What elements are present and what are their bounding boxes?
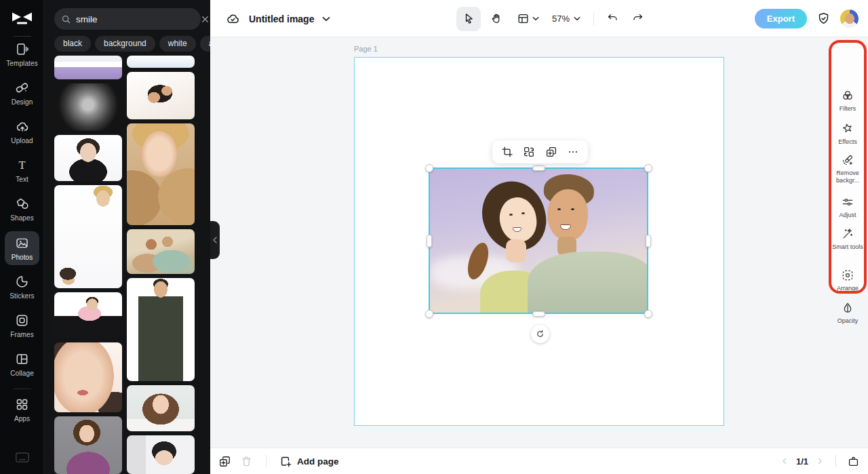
woman-neck (506, 239, 526, 262)
export-button[interactable]: Export (755, 9, 807, 28)
sidebar-item-templates[interactable]: Templates (0, 42, 44, 77)
ellipsis-icon (567, 146, 579, 158)
tool-label: Remove backgr... (832, 170, 863, 184)
tool-arrange[interactable]: Arrange (831, 269, 864, 292)
photo-thumbnail[interactable] (127, 385, 195, 431)
tool-smart-tools[interactable]: Smart tools (831, 227, 864, 251)
keyboard-shortcuts-icon[interactable] (15, 452, 30, 463)
replace-button[interactable] (519, 142, 538, 161)
photo-thumbnail[interactable] (127, 72, 195, 119)
shield-check-icon (816, 12, 831, 26)
user-avatar[interactable] (840, 9, 859, 28)
pagination-group: 1/1 (780, 448, 860, 474)
sidebar-item-label: Apps (14, 415, 30, 422)
sidebar-item-frames[interactable]: Frames (0, 313, 44, 349)
duplicate-button[interactable] (542, 142, 561, 161)
search-input[interactable] (76, 14, 196, 24)
effects-star-icon (841, 122, 854, 136)
undo-button[interactable] (601, 7, 623, 31)
next-page-button[interactable] (815, 456, 825, 466)
man-shirt (528, 252, 648, 314)
tool-adjust[interactable]: Adjust (831, 195, 864, 219)
duplicate-page-button[interactable] (218, 455, 231, 468)
chevron-left-icon (780, 456, 789, 466)
photo-thumbnail[interactable] (54, 83, 122, 131)
redo-button[interactable] (627, 7, 648, 31)
delete-page-button[interactable] (240, 455, 253, 468)
sidebar-item-apps[interactable]: Apps (0, 397, 44, 433)
select-tool-button[interactable] (456, 7, 481, 31)
privacy-shield-button[interactable] (816, 12, 831, 26)
sidebar-item-design[interactable]: Design (0, 81, 44, 116)
resize-handle-top[interactable] (532, 165, 545, 171)
chip-white[interactable]: white (159, 36, 196, 52)
zoom-level-control[interactable]: 57% (547, 7, 586, 31)
redo-icon (631, 12, 644, 25)
resize-handle-top-left[interactable] (425, 164, 433, 172)
photo-thumbnail[interactable] (127, 229, 195, 274)
tool-label: Adjust (832, 212, 863, 219)
photo-thumbnail[interactable] (54, 292, 122, 338)
document-title[interactable]: Untitled image (249, 14, 314, 24)
clear-search-icon[interactable] (201, 15, 210, 24)
sidebar-item-label: Frames (10, 331, 34, 338)
photo-thumbnail[interactable] (54, 56, 122, 79)
tool-effects[interactable]: Effects (831, 122, 864, 146)
document-title-group: Untitled image (225, 0, 330, 37)
resize-handle-left[interactable] (427, 235, 432, 248)
sidebar-item-label: Text (16, 176, 28, 183)
tool-opacity[interactable]: Opacity (831, 301, 864, 325)
panel-collapse-button[interactable] (210, 221, 220, 259)
rail-section-divider (13, 389, 31, 389)
photo-thumbnail[interactable] (54, 135, 122, 181)
sidebar-item-upload[interactable]: Upload (0, 119, 44, 155)
adjust-sliders-icon (841, 195, 854, 209)
collage-icon (15, 352, 29, 366)
resize-handle-bottom-right[interactable] (644, 310, 652, 318)
chip-black[interactable]: black (54, 36, 91, 52)
tool-remove-background[interactable]: Remove backgr... (831, 153, 864, 184)
app-root: Templates Design Upload (0, 0, 868, 474)
photo-thumbnail[interactable] (127, 56, 195, 68)
resize-handle-right[interactable] (646, 235, 651, 248)
crop-button[interactable] (498, 142, 517, 161)
photo-thumbnail[interactable] (54, 185, 122, 288)
bottom-divider (835, 455, 836, 467)
search-bar (54, 8, 201, 30)
undo-icon (606, 12, 619, 25)
chip-background[interactable]: background (95, 36, 155, 52)
resize-layout-button[interactable] (512, 7, 543, 31)
resize-handle-bottom[interactable] (532, 311, 545, 317)
chevron-down-icon[interactable] (322, 16, 330, 22)
topbar-right-group: Export (755, 0, 859, 37)
zoom-level-value: 57% (552, 14, 570, 24)
photo-thumbnail[interactable] (127, 435, 195, 474)
photo-thumbnail[interactable] (54, 342, 122, 412)
right-tools-rail: Filters Effects Remove backgr... (831, 43, 864, 291)
add-page-button[interactable]: Add page (279, 455, 339, 468)
sidebar-item-photos[interactable]: Photos (0, 236, 44, 271)
resize-handle-top-right[interactable] (644, 164, 652, 172)
hand-tool-button[interactable] (484, 7, 509, 31)
chip-partial[interactable]: a (200, 36, 210, 52)
selected-image[interactable] (429, 167, 648, 314)
rotate-handle[interactable] (531, 325, 549, 343)
woman-eye-right (521, 212, 525, 214)
hand-icon (490, 12, 503, 25)
sidebar-item-shapes[interactable]: Shapes (0, 197, 44, 232)
chevron-down-icon (574, 16, 580, 21)
sidebar-item-stickers[interactable]: Stickers (0, 275, 44, 310)
more-options-button[interactable] (564, 142, 583, 161)
tool-label: Smart tools (832, 243, 863, 251)
photo-thumbnail[interactable] (127, 123, 195, 225)
tool-filters[interactable]: Filters (831, 89, 864, 113)
resize-handle-bottom-left[interactable] (425, 310, 433, 318)
photo-thumbnail[interactable] (127, 278, 195, 381)
previous-page-button[interactable] (780, 456, 789, 466)
present-button[interactable] (847, 455, 860, 468)
sidebar-item-collage[interactable]: Collage (0, 352, 44, 387)
photo-thumbnail[interactable] (54, 416, 122, 474)
sidebar-item-text[interactable]: T Text (0, 158, 44, 193)
filters-icon (841, 89, 854, 102)
bottom-divider (266, 455, 267, 467)
